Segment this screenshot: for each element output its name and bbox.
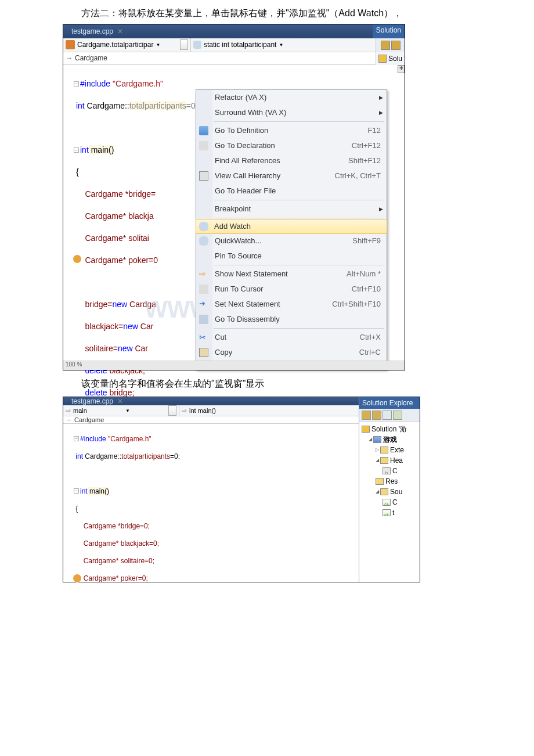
expand-icon[interactable]: ◢ — [376, 455, 379, 466]
toolbar-icon[interactable] — [393, 411, 402, 420]
menu-header-file[interactable]: Go To Header File — [196, 183, 387, 199]
toolbar-icon[interactable] — [383, 411, 392, 420]
menu-goto-definition[interactable]: Go To DefinitionF12 — [196, 123, 387, 138]
declaration-icon — [199, 141, 208, 150]
member-icon — [193, 41, 201, 49]
solution-panel-header: Solu — [376, 52, 405, 65]
tab-bar: testgame.cpp ✕ ▼ — [63, 24, 405, 38]
file-tab[interactable]: testgame.cpp ✕ — [67, 397, 128, 405]
toolbar-icon[interactable] — [362, 411, 371, 420]
arrow-icon: ➜ — [199, 300, 208, 309]
cpp-file-icon: c+ — [383, 509, 391, 516]
menu-add-watch[interactable]: Add Watch — [196, 219, 387, 234]
member-dropdown[interactable]: static int totalparticipant — [204, 41, 276, 49]
chevron-down-icon[interactable]: ▼ — [279, 42, 283, 48]
solution-header: Solution Explore — [359, 397, 420, 409]
folder-icon — [376, 478, 384, 485]
spinner[interactable] — [168, 405, 176, 416]
menu-surround[interactable]: Surround With (VA X)▶ — [196, 105, 387, 120]
screenshot-1: testgame.cpp ✕ ▼ Solution Cardgame.total… — [63, 24, 405, 370]
class-bar[interactable]: → Cardgame ▼ — [63, 52, 405, 65]
folder-icon — [380, 447, 388, 453]
solution-explorer: Solution Explore Solution '游 ◢游戏 ▷Exte ◢… — [359, 397, 420, 582]
expand-icon[interactable]: ◢ — [376, 487, 379, 497]
arrow-icon: ⇨ — [199, 269, 208, 279]
menu-find-references[interactable]: Find All ReferencesShift+F12 — [196, 153, 387, 168]
expand-icon[interactable]: ◢ — [369, 434, 372, 445]
hierarchy-icon — [199, 171, 208, 181]
chevron-right-icon: ▶ — [379, 95, 383, 100]
scope-dropdown[interactable]: main — [73, 407, 87, 414]
solution-icon — [362, 426, 370, 433]
arrow-icon: ⇨ — [66, 407, 71, 415]
arrow-icon: → — [66, 54, 73, 62]
menu-set-next[interactable]: ➜Set Next StatementCtrl+Shift+F10 — [196, 297, 387, 312]
cpp-file-icon: c+ — [383, 499, 391, 506]
solution-toolbar — [376, 38, 405, 52]
menu-breakpoint[interactable]: Breakpoint▶ — [196, 201, 387, 217]
solution-toolbar — [359, 409, 420, 422]
menu-call-hierarchy[interactable]: View Call HierarchyCtrl+K, Ctrl+T — [196, 168, 387, 183]
status-bar: 100 % — [63, 361, 405, 370]
menu-goto-declaration[interactable]: Go To DeclarationCtrl+F12 — [196, 138, 387, 153]
menu-copy[interactable]: CopyCtrl+C — [196, 345, 387, 360]
close-icon[interactable]: ✕ — [117, 397, 123, 405]
caption-1: 方法二：将鼠标放在某变量上，单击鼠标右键，并"添加监视"（Add Watch）， — [0, 0, 534, 24]
solution-tree[interactable]: Solution '游 ◢游戏 ▷Exte ◢Hea hC Res ◢Sou c… — [359, 422, 420, 520]
menu-disassembly[interactable]: Go To Disassembly — [196, 312, 387, 327]
menu-refactor[interactable]: Refactor (VA X)▶ — [196, 90, 387, 105]
file-tab[interactable]: testgame.cpp ✕ — [67, 27, 128, 35]
vs-icon — [66, 40, 75, 49]
menu-show-next[interactable]: ⇨Show Next StatementAlt+Num * — [196, 267, 387, 282]
fold-icon[interactable]: − — [74, 81, 79, 87]
goto-icon — [199, 126, 208, 135]
toolbar-icon[interactable] — [372, 411, 381, 420]
expand-icon[interactable]: ▷ — [376, 445, 379, 455]
folder-icon — [380, 457, 388, 464]
solution-tab[interactable]: Solution — [373, 24, 405, 38]
solution-icon — [378, 55, 387, 63]
folder-icon — [380, 488, 388, 495]
cut-icon: ✂ — [199, 333, 208, 342]
chevron-down-icon[interactable]: ▼ — [156, 42, 160, 48]
watch-icon — [199, 236, 208, 246]
fold-icon[interactable]: − — [74, 147, 79, 153]
copy-icon — [199, 348, 208, 357]
scope-dropdown[interactable]: Cardgame.totalparticipar — [77, 41, 153, 49]
arrow-icon: ⇨ — [182, 407, 187, 415]
disassembly-icon — [199, 315, 208, 324]
screenshot-2: testgame.cpp ✕ ▼ ⇨ main ▼ ⇨ int main() ▼… — [63, 397, 420, 582]
context-menu: Refactor (VA X)▶ Surround With (VA X)▶ G… — [196, 89, 387, 370]
breakpoint-icon[interactable] — [73, 255, 81, 263]
run-icon — [199, 285, 208, 294]
menu-pin-source[interactable]: Pin To Source — [196, 249, 387, 264]
nav-bar: Cardgame.totalparticipar ▼ static int to… — [63, 38, 405, 52]
chevron-right-icon: ▶ — [379, 110, 383, 116]
fold-icon[interactable]: − — [74, 436, 79, 441]
h-file-icon: h — [383, 467, 391, 474]
member-dropdown[interactable]: int main() — [189, 407, 216, 414]
chevron-down-icon[interactable]: ▼ — [125, 408, 130, 413]
close-icon[interactable]: ✕ — [117, 27, 123, 35]
menu-quickwatch[interactable]: QuickWatch...Shift+F9 — [196, 233, 387, 249]
arrow-icon: → — [66, 416, 72, 423]
menu-cut[interactable]: ✂CutCtrl+X — [196, 330, 387, 345]
menu-run-cursor[interactable]: Run To CursorCtrl+F10 — [196, 282, 387, 297]
toolbar-icon[interactable] — [381, 41, 390, 50]
watch-icon — [199, 222, 208, 231]
fold-icon[interactable]: − — [74, 488, 79, 494]
toolbar-icon[interactable] — [391, 41, 400, 50]
project-icon — [373, 436, 381, 443]
chevron-right-icon: ▶ — [379, 206, 383, 212]
spinner[interactable] — [180, 39, 188, 50]
